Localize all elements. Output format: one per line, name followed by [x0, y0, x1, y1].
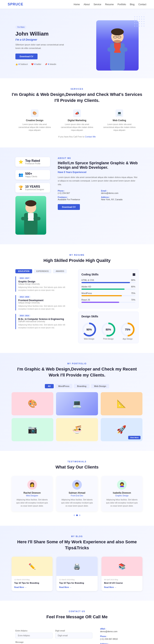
blog-card-2[interactable]: 🖨️ 21 March 2019 blog Top 10 Tips for Br… [56, 557, 97, 591]
portfolio-item-5[interactable]: 🍜 [56, 418, 98, 441]
blog-thumb-2: 🖨️ [56, 557, 97, 576]
blog-content-2: 21 March 2019 blog Top 10 Tips for Brand… [56, 576, 97, 591]
contact-link[interactable]: Contact Me [85, 136, 96, 138]
tab-experience[interactable]: EXPERIENCE [34, 269, 51, 273]
app-design-label: App Design [120, 338, 135, 340]
nav-link-portfolio[interactable]: Portfolio [118, 3, 126, 6]
blog-read-more-2[interactable]: Read More → [59, 586, 95, 588]
blog-title: Here I'll Share Some of My Work Experien… [11, 539, 143, 551]
nav-link-service[interactable]: Service [93, 3, 101, 6]
form-input-email[interactable] [55, 632, 92, 638]
edu-desc-1: Adipiscing felius facilisis inisi. Sint … [18, 286, 72, 292]
clients-label: Happy Clients [25, 176, 37, 178]
hero-cta-button[interactable]: Download CV [15, 54, 38, 59]
design-circle-web: 90% Web Design [81, 322, 97, 340]
svg-rect-14 [21, 217, 28, 220]
hero-text: I'm Here John William I'm a UI Designer … [15, 26, 96, 65]
service-title-coding: Web Coding [102, 119, 137, 122]
ptab-webdesign[interactable]: Web Design [91, 384, 109, 388]
ptab-wordpress[interactable]: WordPress [55, 384, 73, 388]
years-icon: 🏆 [18, 185, 23, 190]
about-stat-years: 🏆 10 YEARS Experienced Designer [15, 183, 50, 192]
portfolio-item-1[interactable]: 🎨 [11, 392, 53, 415]
hero-title: I'm a UI Designer [15, 38, 96, 41]
service-card-coding: 💻 Web Coding Lorem ipsum dolor sita amet… [102, 110, 137, 132]
hero-tag: I'm Here [15, 26, 26, 29]
edu-desc-2: Adipiscing felius facilisis inisi. Sint … [18, 304, 72, 310]
skill-adobe: Adobe XD80% [81, 286, 135, 290]
testimonial-name-2: Salman Ahmad [60, 492, 93, 494]
design-circle-print: 80% Print Design [101, 322, 116, 340]
blog-card-3[interactable]: 📚 05 April 2019 blog Best UI UX Course R… [101, 557, 143, 591]
about-label: ABOUT ME [58, 157, 139, 159]
service-title-marketing: Digital Marketing [60, 119, 94, 122]
nav-link-home[interactable]: Home [74, 3, 80, 6]
contact-email-item: eMail : demo@demo.com [100, 628, 139, 632]
blog-card-1[interactable]: ✏️ 12 March 2019 blog Top 10 Tips for Br… [11, 557, 53, 591]
nav-link-contact[interactable]: Contact [138, 3, 146, 6]
portfolio-item-2[interactable]: 💻 [56, 392, 98, 415]
testimonial-name-3: Isabella Dowson [105, 492, 139, 494]
about-phone-label: Phone : [58, 190, 95, 192]
skills-title: High Skilled Provide High Quality [15, 258, 139, 264]
about-freelance: Freelance : Available For Freelance [58, 196, 95, 200]
testimonial-avatar-2: 👨 [72, 480, 82, 490]
skill-react-bar [81, 302, 135, 303]
t-dot-1[interactable] [74, 514, 75, 516]
nav-link-blog[interactable]: Blog [130, 3, 135, 6]
form-group-name: Enim Adipisc [15, 630, 53, 638]
testimonial-avatar-1: 👩 [27, 480, 37, 490]
services-title: I'm Graphic & Web Design,Developer and C… [11, 92, 143, 104]
t-dot-3[interactable] [79, 514, 80, 516]
nav-link-resume[interactable]: Resume [105, 3, 114, 6]
blog-title-2: Top 10 Tips for Branding [59, 582, 95, 584]
design-skills-box: Design Skills 90% Web Design [78, 312, 139, 343]
tab-education[interactable]: EDUCATION [15, 269, 32, 273]
hero-description: Sillentum ipsum dolor saet amas consecte… [15, 43, 66, 50]
nav-logo[interactable]: SPRUCE [8, 2, 23, 6]
nav-link-about[interactable]: About [84, 3, 90, 6]
testimonial-3: 👩‍🦱 Isabella Dowson Graphic Design Adipi… [101, 476, 143, 512]
skill-react-name: React JS70% [81, 298, 135, 301]
portfolio-item-3[interactable]: 📐 [101, 392, 143, 415]
contact-title: Feel Free Message OR Call Me [15, 614, 139, 620]
tab-awards[interactable]: AWARDS [53, 269, 67, 273]
about-address: Address : New York, NY, Canada [101, 196, 139, 200]
blog-grid: ✏️ 12 March 2019 blog Top 10 Tips for Br… [11, 557, 143, 591]
portfolio-item-6[interactable]: View More 🚀 [101, 418, 143, 441]
ptab-branding[interactable]: Branding [74, 384, 89, 388]
services-header: SERVICES I'm Graphic & Web Design,Develo… [11, 88, 143, 104]
blog-read-more-3[interactable]: Read More → [104, 586, 140, 588]
coding-skills-expand-icon[interactable]: ▦ [132, 272, 135, 276]
hero-image [96, 20, 139, 70]
app-design-donut: 75% [120, 322, 135, 337]
ptab-all[interactable]: All [45, 384, 54, 388]
navbar: SPRUCE HomeAboutServiceResumePortfolioBl… [0, 0, 154, 9]
svg-point-11 [25, 200, 36, 206]
services-section: SERVICES I'm Graphic & Web Design,Develo… [0, 78, 154, 148]
portfolio-grid: 🎨 💻 📐 📷 🍜 View More 🚀 [11, 392, 143, 441]
web-design-label: Web Design [81, 338, 97, 340]
form-label-message: Message [15, 641, 92, 643]
clients-value: 500+ [25, 172, 37, 176]
web-design-donut: 90% [81, 322, 97, 337]
portfolio-item-4[interactable]: 📷 [11, 418, 53, 441]
svg-rect-15 [33, 217, 40, 220]
edu-item-1: 2015 - 2017 Graphic Design Isiliqua Desi… [15, 276, 72, 292]
form-input-name[interactable] [15, 632, 53, 638]
years-value: 10 YEARS [25, 185, 44, 188]
contact-email-val: demo@demo.com [100, 630, 139, 632]
skill-react-fill [81, 302, 119, 303]
contact-layout: Enim Adipisc Digit email Message Message… [15, 626, 139, 644]
form-label-name: Enim Adipisc [15, 630, 53, 632]
blog-read-more-1[interactable]: Read More → [14, 586, 50, 588]
t-dot-2[interactable] [76, 514, 78, 516]
hero-stats: 👍 4 Subbscri ❤️ 4 twitter 📌 4 linkedin [15, 63, 96, 65]
service-desc-coding: Lorem ipsum dolor sita amet cansectetuat… [102, 123, 137, 132]
about-cta-button[interactable]: Download CV [58, 204, 80, 210]
service-card-marketing: 📣 Digital Marketing Lorem ipsum dolor si… [60, 110, 94, 132]
hero-stat-linkedin: 📌 4 linkedin [45, 63, 56, 65]
edu-title-2: Frontend Development [18, 299, 72, 302]
skills-container: EDUCATION EXPERIENCE AWARDS 2015 - 2017 … [15, 269, 139, 343]
contact-form-section: Enim Adipisc Digit email Message Message… [15, 626, 92, 644]
